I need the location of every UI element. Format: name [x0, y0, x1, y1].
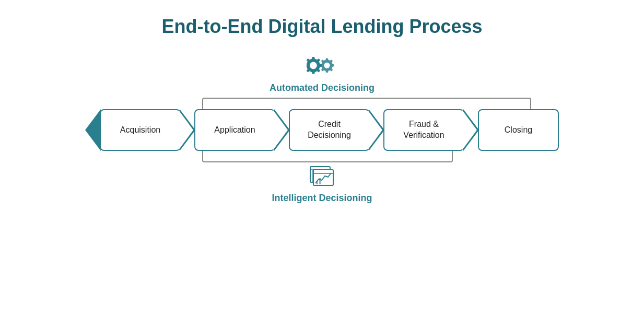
- step-credit-decisioning: CreditDecisioning: [289, 109, 370, 151]
- page-title: End-to-End Digital Lending Process: [161, 16, 482, 38]
- step-application: Application: [194, 109, 275, 151]
- svg-point-1: [310, 62, 317, 69]
- step-closing: Closing: [478, 109, 559, 151]
- chart-icon-container: [306, 164, 337, 191]
- svg-rect-8: [316, 181, 318, 184]
- automated-decisioning-label: Automated Decisioning: [270, 83, 374, 93]
- top-bracket: [202, 98, 531, 109]
- intelligent-decisioning-section: Intelligent Decisioning: [272, 164, 372, 204]
- automated-decisioning-section: Automated Decisioning: [0, 53, 644, 98]
- arrow-3: [369, 109, 384, 151]
- left-entry-arrow: [85, 109, 101, 151]
- chevron-icon-4: [463, 109, 479, 151]
- arrow-1: [180, 109, 195, 151]
- intelligent-decisioning-label: Intelligent Decisioning: [272, 193, 372, 204]
- arrow-2: [274, 109, 290, 151]
- step-acquisition: Acquisition: [100, 109, 181, 151]
- chart-icon: [306, 164, 337, 191]
- svg-rect-9: [319, 178, 321, 184]
- page-container: End-to-End Digital Lending Process: [0, 0, 644, 329]
- svg-point-0: [324, 63, 330, 68]
- process-flow: Acquisition Application CreditDecisionin…: [0, 109, 644, 151]
- chevron-icon-2: [274, 109, 290, 151]
- acquisition-wrapper: Acquisition: [85, 109, 181, 151]
- chevron-icon-3: [369, 109, 384, 151]
- gear-icon-container: [307, 53, 338, 79]
- step-fraud-verification: Fraud &Verification: [383, 109, 464, 151]
- chevron-icon-1: [180, 109, 195, 151]
- arrow-4: [463, 109, 479, 151]
- gears-icon: [307, 53, 338, 79]
- bottom-bracket: [202, 151, 453, 162]
